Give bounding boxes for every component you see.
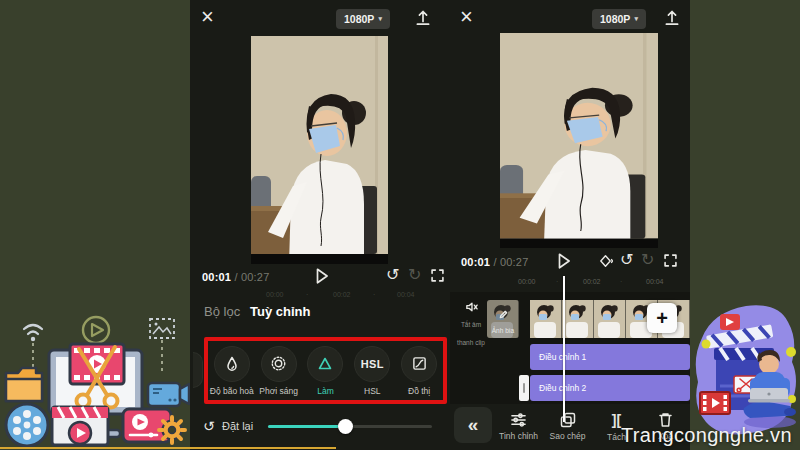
filter-item-hsl[interactable]: HSL HSL: [349, 346, 395, 396]
ruler-dot: ·: [556, 278, 558, 285]
chevron-down-icon: ▾: [634, 15, 638, 23]
chevron-down-icon: ▾: [378, 15, 382, 23]
add-clip-button[interactable]: +: [647, 303, 677, 333]
ruler-tick: 00:04: [397, 291, 415, 298]
mute-clip-button[interactable]: Tắt âm thanh clip: [457, 301, 485, 349]
adjustment-track-1[interactable]: Điều chỉnh 1: [530, 344, 690, 370]
reset-icon[interactable]: ↺: [203, 418, 215, 434]
ruler-dot: ·: [373, 291, 375, 298]
redo-icon[interactable]: ↻: [408, 267, 421, 283]
export-icon[interactable]: [663, 9, 681, 27]
slider-knob[interactable]: [338, 419, 353, 434]
fullscreen-icon[interactable]: [664, 254, 677, 267]
play-button[interactable]: [314, 267, 330, 285]
split-icon: ][: [612, 412, 621, 428]
ruler-tick: 00:00: [518, 278, 536, 285]
ruler-tick: 00:02: [333, 291, 351, 298]
undo-icon[interactable]: ↺: [620, 252, 633, 268]
watermark: Trangcongnghe.vn ©: [621, 424, 800, 450]
play-button[interactable]: [556, 252, 572, 270]
filter-item-exposure[interactable]: Phơi sáng: [256, 346, 302, 396]
timecode: 00:01 / 00:27: [202, 271, 269, 283]
adjustment-track-2[interactable]: Điều chỉnh 2: [530, 375, 690, 401]
fullscreen-icon[interactable]: [431, 269, 444, 282]
resolution-label: 1080P: [344, 13, 374, 25]
redo-icon[interactable]: ↻: [641, 252, 654, 268]
track-trim-handle[interactable]: [519, 375, 529, 401]
scrolled-filter-item-partial[interactable]: [193, 352, 203, 388]
resolution-button[interactable]: 1080P ▾: [592, 9, 646, 29]
ruler-dot: ·: [306, 291, 308, 298]
curves-icon: [412, 356, 427, 371]
video-preview[interactable]: [251, 36, 388, 264]
resolution-button[interactable]: 1080P ▾: [336, 9, 390, 29]
adjust-sliders-icon: [510, 412, 527, 428]
ruler-dot: ·: [620, 278, 622, 285]
resolution-label: 1080P: [600, 13, 630, 25]
close-icon[interactable]: ×: [201, 7, 214, 27]
capcut-timeline-screen: × 1080P ▾ 00:01 / 00:27 ↺ ↻ 00:00 · 00:0…: [450, 0, 690, 450]
tab-custom[interactable]: Tuỳ chỉnh: [250, 304, 310, 319]
tab-filter[interactable]: Bộ lọc: [204, 304, 240, 319]
ruler-tick: 00:00: [266, 291, 284, 298]
highlighted-filter-row: Độ bão hoà Phơi sáng Làm HSL HSL: [204, 337, 447, 404]
keyframe-icon[interactable]: [598, 254, 613, 268]
timecode: 00:01 / 00:27: [461, 256, 528, 268]
speaker-icon: [465, 301, 478, 313]
cover-label: Ảnh bìa: [492, 327, 514, 334]
filter-item-sharpen[interactable]: Làm: [302, 346, 348, 396]
sun-icon: [270, 355, 287, 372]
screenshot-canvas: × 1080P ▾ 00:01 / 00:27 ↺ ↻ 00:00 · 00:0…: [0, 0, 800, 450]
capcut-adjust-screen: × 1080P ▾ 00:01 / 00:27 ↺ ↻ 00:00 · 00:0…: [190, 0, 450, 450]
video-preview[interactable]: [500, 33, 658, 248]
playhead[interactable]: [563, 276, 565, 422]
filter-item-saturation[interactable]: Độ bão hoà: [209, 346, 255, 396]
collapse-toolbar-button[interactable]: «: [454, 407, 492, 443]
reset-label[interactable]: Đặt lại: [222, 420, 253, 432]
undo-icon[interactable]: ↺: [386, 267, 399, 283]
edit-pen-icon: [499, 310, 508, 319]
filter-item-curves[interactable]: Đồ thị: [396, 346, 442, 396]
toolbar-copy-button[interactable]: Sao chép: [544, 412, 592, 441]
close-icon[interactable]: ×: [460, 7, 473, 27]
video-editing-illustration: [2, 283, 190, 448]
toolbar-adjust-button[interactable]: Tinh chỉnh: [495, 412, 543, 441]
ruler-tick: 00:04: [646, 278, 664, 285]
droplet-icon: [224, 356, 240, 372]
export-icon[interactable]: [414, 9, 432, 27]
cover-thumbnail[interactable]: Ảnh bìa: [487, 300, 519, 338]
ruler-tick: 00:02: [583, 278, 601, 285]
bottom-accent-line: [0, 447, 336, 449]
hsl-icon: HSL: [361, 358, 384, 370]
triangle-icon: [317, 356, 333, 372]
copy-icon: [560, 412, 576, 428]
